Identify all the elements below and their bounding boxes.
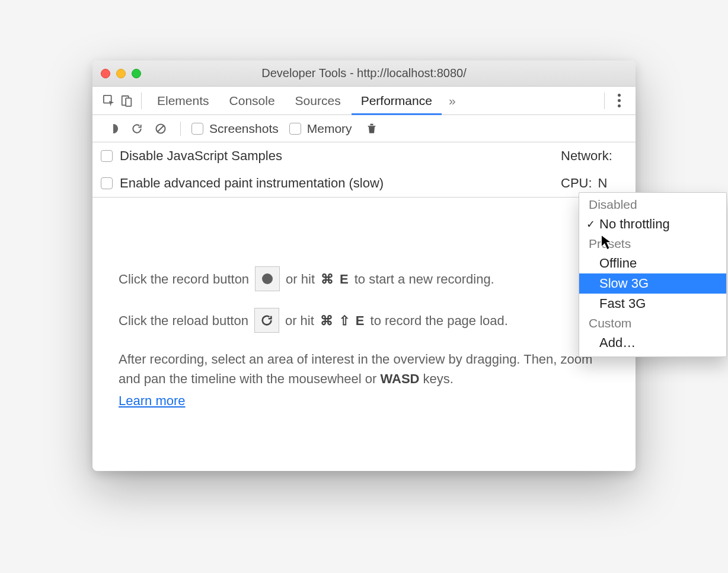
- record-circle-icon: [262, 273, 273, 284]
- capture-settings-pane: Disable JavaScript Samples Network: Enab…: [92, 142, 636, 198]
- network-label: Network:: [561, 148, 612, 164]
- more-tabs-button[interactable]: »: [443, 94, 462, 108]
- hint-text: Click the record button: [119, 269, 249, 289]
- separator: [141, 93, 142, 109]
- network-throttling-dropdown[interactable]: Disabled ✓ No throttling Presets Offline…: [579, 192, 727, 357]
- svg-line-4: [157, 125, 164, 132]
- option-row-disable-js: Disable JavaScript Samples Network:: [92, 142, 636, 170]
- hint-text: After recording, select an area of inter…: [119, 352, 592, 386]
- option-row-enable-paint: Enable advanced paint instrumentation (s…: [92, 170, 636, 197]
- shortcut-shift-icon: ⇧: [339, 311, 350, 330]
- tab-sources[interactable]: Sources: [286, 87, 350, 115]
- hint-paragraph: After recording, select an area of inter…: [119, 349, 612, 389]
- hint-reload-row: Click the reload button or hit ⌘ ⇧ E to …: [119, 308, 612, 333]
- dropdown-item-no-throttling[interactable]: ✓ No throttling: [579, 214, 726, 234]
- dropdown-item-label: No throttling: [599, 217, 670, 232]
- tab-console[interactable]: Console: [220, 87, 285, 115]
- device-toggle-icon[interactable]: [119, 93, 135, 109]
- window-title: Developer Tools - http://localhost:8080/: [92, 66, 636, 80]
- performance-toolbar: Screenshots Memory: [92, 115, 636, 142]
- disable-js-label: Disable JavaScript Samples: [120, 148, 282, 164]
- cpu-value-partial: N: [598, 176, 608, 191]
- learn-more-link[interactable]: Learn more: [119, 393, 186, 408]
- memory-label: Memory: [307, 122, 352, 136]
- hint-text: or hit: [285, 311, 314, 330]
- svg-rect-5: [370, 123, 373, 125]
- devtools-window: Developer Tools - http://localhost:8080/…: [92, 61, 636, 471]
- enable-paint-checkbox[interactable]: [101, 177, 113, 189]
- reload-icon[interactable]: [128, 120, 146, 138]
- wasd-text: WASD: [380, 371, 419, 386]
- empty-state-content: Click the record button or hit ⌘ E to st…: [92, 198, 636, 428]
- hint-text: to record the page load.: [371, 311, 508, 330]
- enable-paint-label: Enable advanced paint instrumentation (s…: [120, 176, 384, 191]
- main-tabbar: Elements Console Sources Performance »: [92, 87, 636, 115]
- shortcut-cmd-icon: ⌘: [320, 311, 333, 330]
- dropdown-section-disabled: Disabled: [579, 195, 726, 214]
- separator: [180, 122, 181, 136]
- shortcut-key: E: [356, 311, 365, 330]
- dropdown-item-offline[interactable]: Offline: [579, 253, 726, 273]
- screenshots-label: Screenshots: [209, 122, 279, 136]
- hint-text: or hit: [286, 269, 315, 289]
- memory-checkbox[interactable]: [289, 123, 301, 135]
- checkmark-icon: ✓: [586, 218, 595, 231]
- separator: [604, 93, 605, 109]
- record-half-icon[interactable]: [104, 120, 122, 138]
- maximize-window-button[interactable]: [132, 69, 141, 78]
- inspect-element-icon[interactable]: [101, 93, 117, 109]
- minimize-window-button[interactable]: [116, 69, 126, 78]
- cpu-label: CPU:: [561, 176, 592, 191]
- settings-menu-button[interactable]: [611, 94, 627, 107]
- dropdown-item-slow-3g[interactable]: Slow 3G: [579, 273, 726, 294]
- dropdown-item-add[interactable]: Add…: [579, 333, 726, 353]
- tab-elements[interactable]: Elements: [148, 87, 219, 115]
- dropdown-item-fast-3g[interactable]: Fast 3G: [579, 294, 726, 314]
- hint-text: to start a new recording.: [355, 269, 494, 289]
- dropdown-section-presets: Presets: [579, 234, 726, 253]
- reload-button[interactable]: [254, 308, 279, 333]
- dropdown-item-label: Offline: [599, 256, 637, 271]
- cancel-icon[interactable]: [152, 120, 170, 138]
- dropdown-section-custom: Custom: [579, 314, 726, 333]
- tab-performance[interactable]: Performance: [352, 87, 442, 115]
- record-button[interactable]: [255, 266, 280, 291]
- dropdown-item-label: Add…: [599, 335, 636, 351]
- dropdown-item-label: Fast 3G: [599, 296, 646, 311]
- shortcut-key: E: [340, 269, 349, 289]
- shortcut-cmd-icon: ⌘: [321, 269, 334, 289]
- window-controls: [101, 69, 141, 78]
- titlebar[interactable]: Developer Tools - http://localhost:8080/: [92, 61, 636, 87]
- hint-record-row: Click the record button or hit ⌘ E to st…: [119, 266, 612, 291]
- svg-rect-2: [126, 98, 131, 106]
- dropdown-item-label: Slow 3G: [599, 276, 649, 291]
- hint-text: keys.: [419, 371, 453, 386]
- hint-text: Click the reload button: [119, 311, 248, 330]
- screenshots-checkbox[interactable]: [191, 123, 203, 135]
- trash-icon[interactable]: [363, 120, 381, 138]
- disable-js-checkbox[interactable]: [101, 150, 113, 162]
- close-window-button[interactable]: [101, 69, 110, 78]
